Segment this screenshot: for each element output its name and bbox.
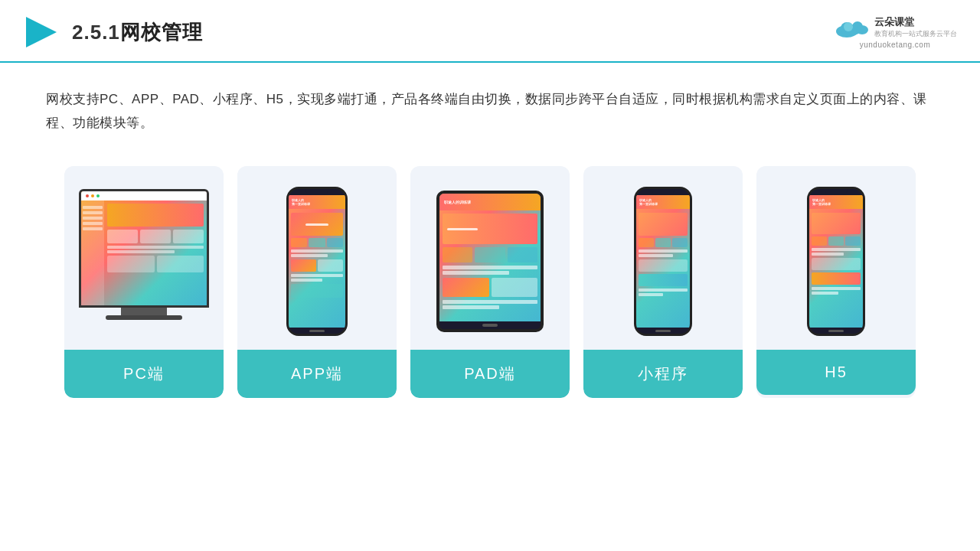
section-number: 2.5.1 xyxy=(72,21,120,44)
logo-name: 云朵课堂 xyxy=(874,15,957,29)
card-miniprogram-image: 职途人的第一堂训练课 xyxy=(583,166,743,350)
play-icon xyxy=(23,14,60,51)
logo-slogan: 教育机构一站式服务云平台 xyxy=(874,29,957,39)
card-miniprogram: 职途人的第一堂训练课 xyxy=(583,166,743,398)
logo-url: yunduoketang.com xyxy=(860,41,931,49)
app-phone-mockup: 职途人的第一堂训练课 xyxy=(286,187,348,336)
cards-container: PC端 职途人的第一堂训练课 xyxy=(0,135,980,398)
svg-point-6 xyxy=(844,22,853,31)
description-text: 网校支持PC、APP、PAD、小程序、H5，实现多端打通，产品各终端自由切换，数… xyxy=(0,63,980,135)
logo-area: 云朵课堂 教育机构一站式服务云平台 yunduoketang.com xyxy=(833,15,957,49)
h5-phone-mockup: 职途人的第一堂训练课 xyxy=(807,187,865,336)
card-pc-label: PC端 xyxy=(64,350,224,398)
svg-point-5 xyxy=(856,25,868,34)
card-pad-label: PAD端 xyxy=(410,350,570,398)
card-app: 职途人的第一堂训练课 xyxy=(237,166,397,398)
card-pc-image xyxy=(64,166,224,350)
title-text: 网校管理 xyxy=(120,21,203,44)
pad-tablet-mockup: 职途人的训练课 xyxy=(436,191,544,332)
card-pc: PC端 xyxy=(64,166,224,398)
page-title: 2.5.1网校管理 xyxy=(72,19,203,46)
card-h5: 职途人的第一堂训练课 xyxy=(756,166,916,398)
card-miniprogram-label: 小程序 xyxy=(583,350,743,398)
header: 2.5.1网校管理 云朵课堂 教育机构一站式服务云平台 yunduoketang… xyxy=(0,0,980,63)
card-pad-image: 职途人的训练课 xyxy=(410,166,570,350)
card-pad: 职途人的训练课 xyxy=(410,166,570,398)
svg-marker-0 xyxy=(26,17,57,47)
card-app-image: 职途人的第一堂训练课 xyxy=(237,166,397,350)
card-h5-image: 职途人的第一堂训练课 xyxy=(756,166,916,350)
card-app-label: APP端 xyxy=(237,350,397,398)
card-h5-label: H5 xyxy=(756,350,916,395)
header-left: 2.5.1网校管理 xyxy=(23,14,203,51)
miniprogram-phone-mockup: 职途人的第一堂训练课 xyxy=(634,187,692,336)
pc-mockup xyxy=(79,189,209,334)
description-paragraph: 网校支持PC、APP、PAD、小程序、H5，实现多端打通，产品各终端自由切换，数… xyxy=(46,87,934,135)
cloud-icon xyxy=(833,16,870,39)
